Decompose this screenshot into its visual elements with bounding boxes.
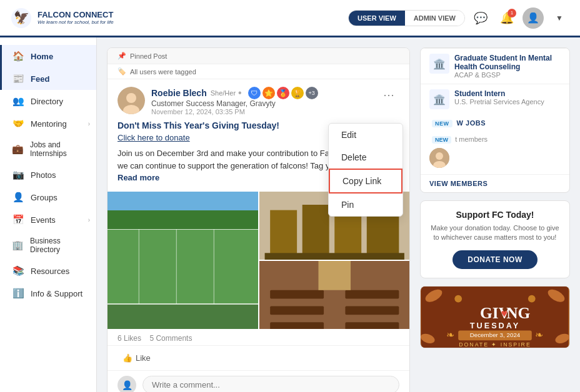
- sidebar-item-business[interactable]: 🏢 Business Directory: [0, 231, 96, 260]
- user-avatar-button[interactable]: 👤: [522, 7, 544, 29]
- feed-icon: 📰: [12, 73, 24, 84]
- post-image-chapel: [259, 261, 410, 329]
- right-panel: 🏛️ Graduate Student In Mental Health Cou…: [420, 47, 570, 382]
- comments-count: 5 Comments: [149, 334, 192, 343]
- post-card: 📌 Pinned Post 🏷️ All users were tagged: [107, 47, 410, 392]
- sidebar-item-groups[interactable]: 👤 Groups: [0, 186, 96, 208]
- svg-text:December 3, 2024: December 3, 2024: [470, 331, 521, 338]
- logo-text: FALCON CONNECT We learn not for school, …: [38, 11, 114, 25]
- like-button[interactable]: 👍 Like: [118, 351, 156, 365]
- post-menu-button[interactable]: ⋯: [378, 87, 399, 103]
- sidebar-label-directory: Directory: [31, 97, 63, 106]
- jobs-card: 🏛️ Graduate Student In Mental Health Cou…: [420, 47, 570, 193]
- info-icon: ℹ️: [12, 288, 24, 299]
- jobs-section-label: NEW W JOBS: [421, 114, 569, 129]
- comment-input[interactable]: [142, 376, 399, 392]
- sidebar-item-events[interactable]: 📅 Events ›: [0, 208, 96, 231]
- svg-rect-15: [302, 205, 329, 260]
- home-icon: 🏠: [12, 51, 24, 62]
- like-label: Like: [136, 353, 151, 363]
- support-card: Support FC Today! Make your donation tod…: [420, 200, 570, 278]
- photos-icon: 📷: [12, 169, 24, 180]
- svg-rect-25: [345, 306, 399, 315]
- sidebar-item-jobs[interactable]: 💼 Jobs and Internships: [0, 135, 96, 164]
- post-image-stadium: [108, 192, 258, 329]
- sidebar-item-home[interactable]: 🏠 Home: [0, 45, 96, 67]
- delete-menu-item[interactable]: Delete: [329, 146, 402, 169]
- thumbs-up-icon: 👍: [122, 353, 132, 363]
- top-nav: 🦅 FALCON CONNECT We learn not for school…: [0, 0, 580, 37]
- job-item-2: 🏛️ Student Intern U.S. Pretrial Services…: [421, 84, 569, 114]
- members-section: NEW t members: [421, 129, 569, 174]
- mentoring-icon: 🤝: [12, 118, 24, 129]
- job2-title: Student Intern: [454, 89, 544, 98]
- star-badge-icon: ⭐: [262, 87, 275, 99]
- sidebar-item-photos[interactable]: 📷 Photos: [0, 164, 96, 186]
- post-footer: 👍 Like: [108, 345, 409, 370]
- donate-button[interactable]: DONATE NOW: [452, 250, 537, 269]
- tagged-bar: 🏷️ All users were tagged: [108, 64, 409, 79]
- commenter-avatar-icon: 👤: [122, 380, 132, 390]
- member-avatar-1: [429, 148, 449, 168]
- feed-column: 📌 Pinned Post 🏷️ All users were tagged: [107, 47, 410, 382]
- svg-text:❧: ❧: [535, 330, 543, 340]
- jobs-icon: 💼: [12, 144, 24, 155]
- falcon-logo-icon: 🦅: [10, 7, 32, 29]
- author-role: Customer Success Manager, Gravyty: [151, 99, 372, 108]
- likes-count: 6 Likes: [118, 334, 141, 343]
- ribbon-badge-icon: 🏆: [291, 87, 304, 99]
- copy-link-menu-item[interactable]: Copy Link: [329, 169, 402, 194]
- sidebar-item-mentoring[interactable]: 🤝 Mentoring ›: [0, 112, 96, 135]
- job1-icon: 🏛️: [429, 54, 449, 74]
- events-icon: 📅: [12, 214, 24, 225]
- new-badge: NEW: [432, 120, 452, 127]
- edit-menu-item[interactable]: Edit: [329, 124, 402, 146]
- svg-rect-18: [264, 253, 404, 260]
- pin-icon: 📌: [118, 52, 126, 60]
- tagged-label: All users were tagged: [130, 68, 196, 76]
- user-avatar-icon: 👤: [527, 12, 539, 24]
- content-area: 📌 Pinned Post 🏷️ All users were tagged: [97, 37, 580, 392]
- read-more-button[interactable]: Read more: [118, 173, 159, 182]
- notifications-button[interactable]: 🔔 1: [496, 7, 518, 29]
- sidebar-label-feed: Feed: [31, 74, 49, 84]
- sidebar-item-info[interactable]: ℹ️ Info & Support: [0, 282, 96, 305]
- messages-button[interactable]: 💬: [470, 7, 491, 29]
- svg-text:TUESDAY: TUESDAY: [470, 320, 520, 330]
- sidebar-label-events: Events: [31, 215, 56, 225]
- logo-area: 🦅 FALCON CONNECT We learn not for school…: [10, 7, 114, 29]
- sidebar-label-home: Home: [31, 52, 53, 61]
- view-members-link[interactable]: VIEW MEMBERS: [421, 174, 569, 192]
- svg-rect-24: [345, 290, 399, 298]
- svg-point-3: [126, 93, 136, 103]
- job1-info: Graduate Student In Mental Health Counse…: [454, 54, 561, 79]
- view-toggle: USER VIEW ADMIN VIEW: [348, 10, 465, 26]
- member-avatars: [429, 148, 561, 168]
- app-title: FALCON CONNECT: [38, 11, 114, 19]
- author-pronouns: She/Her: [211, 89, 236, 97]
- context-menu: Edit Delete Copy Link Pin: [328, 123, 403, 217]
- sidebar-label-mentoring: Mentoring: [31, 119, 67, 129]
- sidebar-item-feed[interactable]: 📰 Feed: [0, 67, 96, 90]
- svg-rect-21: [270, 290, 324, 298]
- sidebar-item-resources[interactable]: 📚 Resources: [0, 260, 96, 282]
- svg-rect-12: [108, 210, 258, 229]
- sidebar-label-groups: Groups: [31, 193, 58, 202]
- admin-view-button[interactable]: ADMIN VIEW: [405, 11, 464, 26]
- pin-menu-item[interactable]: Pin: [329, 194, 402, 216]
- job1-org: ACAP & BGSP: [454, 71, 561, 79]
- sidebar-label-jobs: Jobs and Internships: [30, 140, 86, 158]
- user-menu-chevron[interactable]: ▼: [549, 7, 570, 29]
- svg-text:♥: ♥: [501, 307, 507, 320]
- svg-text:DONATE ✦ INSPIRE: DONATE ✦ INSPIRE: [459, 341, 531, 348]
- chevron-down-icon: ▼: [556, 14, 563, 22]
- user-view-button[interactable]: USER VIEW: [349, 11, 405, 26]
- sidebar-item-directory[interactable]: 👥 Directory: [0, 90, 96, 112]
- svg-rect-22: [270, 306, 324, 315]
- message-icon: 💬: [474, 11, 488, 25]
- business-icon: 🏢: [12, 240, 24, 251]
- author-name: Roebie Blech: [151, 88, 207, 98]
- sidebar-label-info: Info & Support: [31, 289, 82, 298]
- nav-buttons: USER VIEW ADMIN VIEW 💬 🔔 1 👤 ▼: [348, 7, 570, 29]
- likes-comments: 6 Likes 5 Comments: [108, 334, 409, 343]
